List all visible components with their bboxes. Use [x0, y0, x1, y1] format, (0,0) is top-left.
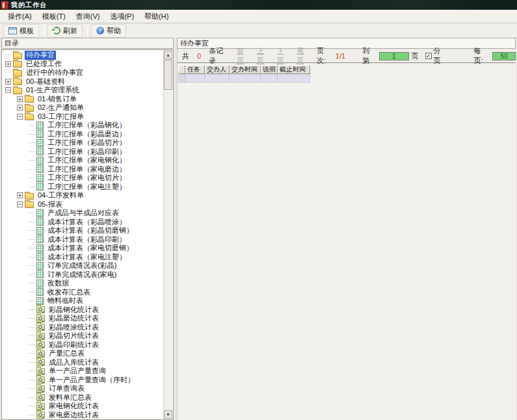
tree-item[interactable]: 工序汇报单（家电钢化）: [3, 156, 163, 165]
menu-item[interactable]: 帮助(H): [139, 10, 174, 23]
column-header[interactable]: 截止时间: [278, 65, 310, 74]
tree-item[interactable]: 成本计算表（家电切磨钢）: [3, 244, 163, 253]
menu-item[interactable]: 模板(T): [37, 10, 71, 23]
goto-page-input[interactable]: 1: [379, 52, 409, 60]
tree-item[interactable]: 成本计算表（家电注塑）: [3, 253, 163, 262]
tree-item[interactable]: 彩晶印刷统计表: [3, 341, 163, 350]
pagination-link[interactable]: 下页: [276, 46, 291, 66]
menu-item[interactable]: 操作(A): [3, 10, 37, 23]
tree-item[interactable]: 成本计算表（彩晶印刷）: [3, 235, 163, 244]
tree-item[interactable]: 彩晶钢化统计表: [3, 306, 163, 315]
scroll-down-icon[interactable]: ▼: [164, 410, 172, 419]
tree-connector: [29, 300, 34, 301]
tree-item[interactable]: 物料临时表: [3, 296, 163, 306]
tree-item[interactable]: 订单完成情况表(彩晶): [3, 261, 163, 270]
tree-item[interactable]: 成品入库统计表: [3, 358, 163, 367]
table-corner-cell: [178, 65, 185, 74]
tree-item[interactable]: −01-生产管理系统: [3, 86, 163, 95]
tree-item[interactable]: 彩晶切片统计表: [3, 332, 163, 341]
tree-item[interactable]: 收发存汇总表: [3, 288, 163, 297]
collapse-minus-icon[interactable]: −: [17, 114, 23, 120]
column-header[interactable]: 任务: [185, 65, 205, 74]
tree-item[interactable]: 产量汇总表: [3, 349, 163, 358]
help-icon: ?: [96, 27, 104, 34]
tree-item[interactable]: +已处理工作: [3, 60, 163, 69]
expand-plus-icon[interactable]: +: [17, 192, 23, 198]
column-header[interactable]: 交办人: [205, 65, 230, 74]
tree-item[interactable]: 工序汇报单（彩晶磨边）: [3, 130, 163, 139]
paging-checkbox[interactable]: ✓: [425, 53, 432, 59]
tree-item[interactable]: 改数据: [3, 279, 163, 288]
goto-unit-label: 页: [412, 51, 419, 61]
scrollbar-thumb[interactable]: [164, 60, 172, 90]
tree-connector: [29, 309, 34, 310]
tree-connector: [29, 345, 34, 345]
column-header[interactable]: 交办时间: [230, 65, 261, 74]
collapse-minus-icon[interactable]: −: [17, 202, 23, 207]
tree-connector: [29, 160, 34, 161]
workbench-window: 我的工作台 操作(A)模板(T)查询(V)选项(P)帮助(H) 模板刷新?帮助 …: [0, 0, 517, 420]
help-button[interactable]: ?帮助: [91, 24, 126, 38]
expand-plus-icon[interactable]: +: [5, 79, 11, 85]
tree-item[interactable]: 单一产品产量查询（序时）: [3, 376, 163, 385]
form-icon: [36, 174, 44, 182]
scroll-up-icon[interactable]: ▲: [164, 51, 172, 59]
todo-panel-body: [177, 63, 516, 420]
pagination-link[interactable]: 上页: [257, 46, 271, 66]
empty-row-cell: [278, 74, 310, 83]
tree-item[interactable]: +02-生产通知单: [3, 103, 163, 112]
tree-item[interactable]: −05-报表: [3, 200, 163, 209]
tree-connector: [29, 248, 34, 248]
pagination-link[interactable]: 尾页: [297, 46, 311, 66]
tree-item[interactable]: 工序汇报单（彩晶钢化）: [3, 121, 163, 130]
tree-item[interactable]: 成本计算表（彩晶切磨钢）: [3, 226, 163, 235]
form-icon: [36, 270, 44, 278]
tree-connector: [29, 353, 34, 354]
tree-item[interactable]: 单一产品产量查询: [3, 367, 163, 376]
collapse-minus-icon[interactable]: −: [5, 87, 11, 93]
tree-item[interactable]: −03-工序汇报单: [3, 112, 163, 122]
form-icon: [36, 148, 44, 155]
tree-item[interactable]: 待办事宜: [3, 51, 163, 60]
tree-item[interactable]: 工序汇报单（家电切片）: [3, 174, 163, 183]
tree-scrollbar[interactable]: ▲ ▼: [163, 51, 172, 419]
tree-item[interactable]: 进行中的待办事宜: [3, 68, 163, 77]
tree-item[interactable]: +04-工序发料单: [3, 191, 163, 200]
form-icon: [36, 209, 44, 217]
tree-item[interactable]: 彩晶喷涂统计表: [3, 323, 163, 332]
expand-plus-icon[interactable]: +: [17, 105, 23, 111]
menu-item[interactable]: 选项(P): [105, 10, 139, 23]
tree-item[interactable]: 工序汇报单（彩晶印刷）: [3, 148, 163, 157]
tree-item[interactable]: 家电磨边统计表: [3, 411, 163, 419]
tree-item[interactable]: 工序汇报单（彩晶切片）: [3, 138, 163, 148]
query-icon: [36, 376, 45, 384]
column-header[interactable]: 说明: [261, 65, 278, 74]
expand-plus-icon[interactable]: +: [5, 61, 11, 67]
per-page-input[interactable]: 50: [492, 52, 516, 60]
pagination-link[interactable]: 首页: [237, 46, 251, 66]
tree-item[interactable]: 工序汇报单（家电注塑）: [3, 183, 163, 192]
form-icon: [36, 183, 44, 190]
directory-tree: 待办事宜+已处理工作进行中的待办事宜+00-基础资料−01-生产管理系统+01-…: [3, 51, 163, 419]
form-icon: [36, 130, 44, 138]
expand-plus-icon[interactable]: +: [17, 96, 23, 102]
tree-item[interactable]: 发料单汇总表: [3, 393, 163, 402]
refresh-button[interactable]: 刷新: [47, 24, 83, 38]
tree-item[interactable]: 家电钢化统计表: [3, 402, 163, 411]
tree-item[interactable]: 成本计算表（彩晶喷涂）: [3, 218, 163, 227]
tree-connector: [29, 406, 34, 406]
tree-item[interactable]: 订单查询表: [3, 384, 163, 393]
tree-item[interactable]: 工序汇报单（家电磨边）: [3, 165, 163, 174]
todo-table-header: 任务交办人交办时间说明截止时间: [178, 65, 310, 74]
tree-item[interactable]: 产成品与半成品对应表: [3, 209, 163, 218]
template-button[interactable]: 模板: [3, 24, 39, 38]
tree-connector: [29, 151, 34, 152]
tree-item[interactable]: +00-基础资料: [3, 77, 163, 86]
tree-item[interactable]: 彩晶磨边统计表: [3, 314, 163, 323]
tree-item[interactable]: 订单完成情况表(家电): [3, 270, 163, 280]
menu-item[interactable]: 查询(V): [71, 10, 105, 23]
tree-connector: [29, 187, 34, 187]
tree-item[interactable]: +01-销售订单: [3, 95, 163, 104]
query-icon: [36, 350, 45, 358]
tree-connector: [29, 380, 34, 380]
